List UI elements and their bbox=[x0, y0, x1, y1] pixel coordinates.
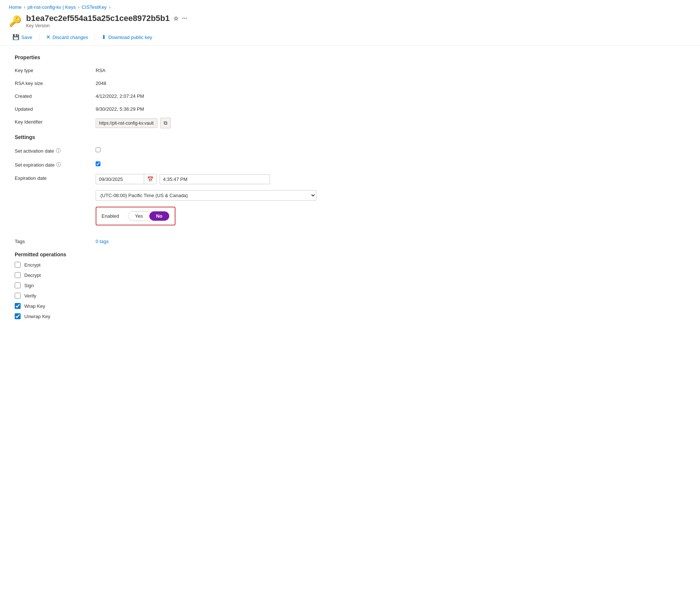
toolbar-separator-2 bbox=[95, 33, 95, 41]
created-value: 4/12/2022, 2:07:24 PM bbox=[96, 92, 316, 99]
perm-op-checkbox-unwrap-key[interactable] bbox=[15, 313, 21, 319]
breadcrumb: Home › plt-nst-config-kv | Keys › CISTes… bbox=[0, 0, 700, 11]
updated-label: Updated bbox=[15, 105, 96, 112]
enabled-label: Enabled bbox=[102, 213, 124, 219]
perm-op-row: Unwrap Key bbox=[15, 313, 316, 319]
tags-link[interactable]: 0 tags bbox=[96, 239, 109, 244]
save-button[interactable]: 💾 Save bbox=[9, 32, 36, 42]
settings-section: Settings Set activation date ⓘ Set expir… bbox=[15, 134, 316, 244]
created-row: Created 4/12/2022, 2:07:24 PM bbox=[15, 92, 316, 99]
perm-op-row: Wrap Key bbox=[15, 303, 316, 309]
activation-checkbox-wrap bbox=[96, 146, 316, 153]
permitted-ops-list: EncryptDecryptSignVerifyWrap KeyUnwrap K… bbox=[15, 262, 316, 319]
enabled-toggle-group: Yes No bbox=[128, 211, 170, 221]
enabled-no-button[interactable]: No bbox=[149, 211, 169, 221]
updated-value: 9/30/2022, 5:36:29 PM bbox=[96, 105, 316, 112]
page-title: b1ea7ec2ef554a15a25c1cee8972b5b1 bbox=[26, 14, 170, 23]
properties-section-title: Properties bbox=[15, 54, 316, 60]
key-identifier-value-row: ⧉ bbox=[96, 118, 171, 128]
enabled-section-outer: Enabled Yes No bbox=[96, 207, 175, 231]
rsa-key-size-value: 2048 bbox=[96, 79, 316, 86]
breadcrumb-sep-1: › bbox=[24, 5, 25, 10]
header-subtitle: Key Version bbox=[26, 23, 187, 28]
save-icon: 💾 bbox=[13, 34, 19, 40]
perm-op-label: Sign bbox=[24, 283, 34, 288]
calendar-icon-button[interactable]: 📅 bbox=[144, 174, 156, 184]
timezone-row: (UTC-08:00) Pacific Time (US & Canada) bbox=[15, 190, 316, 201]
key-identifier-label: Key Identifier bbox=[15, 118, 96, 125]
perm-op-checkbox-decrypt[interactable] bbox=[15, 272, 21, 278]
perm-op-row: Encrypt bbox=[15, 262, 316, 268]
timezone-select[interactable]: (UTC-08:00) Pacific Time (US & Canada) bbox=[96, 190, 316, 200]
breadcrumb-sep-3: › bbox=[109, 5, 110, 10]
expiration-date-row: Set expiration date ⓘ bbox=[15, 160, 316, 168]
rsa-key-size-label: RSA key size bbox=[15, 79, 96, 86]
more-icon[interactable]: ··· bbox=[182, 15, 187, 22]
discard-label: Discard changes bbox=[53, 35, 88, 40]
discard-icon: ✕ bbox=[46, 34, 51, 40]
expiration-date-input-wrap: 📅 bbox=[96, 174, 157, 184]
enabled-yes-button[interactable]: Yes bbox=[128, 211, 149, 221]
breadcrumb-home[interactable]: Home bbox=[9, 4, 22, 10]
enabled-label-col bbox=[15, 207, 96, 208]
expiration-date-label: Set expiration date ⓘ bbox=[15, 160, 96, 168]
updated-row: Updated 9/30/2022, 5:36:29 PM bbox=[15, 105, 316, 112]
expiration-checkbox-wrap bbox=[96, 160, 316, 167]
activation-info-icon: ⓘ bbox=[56, 147, 61, 154]
perm-op-checkbox-verify[interactable] bbox=[15, 293, 21, 299]
perm-op-label: Verify bbox=[24, 293, 36, 299]
perm-op-row: Decrypt bbox=[15, 272, 316, 278]
key-identifier-row: Key Identifier ⧉ bbox=[15, 118, 316, 128]
perm-op-checkbox-sign[interactable] bbox=[15, 282, 21, 288]
download-button[interactable]: ⬇ Download public key bbox=[98, 32, 156, 42]
download-label: Download public key bbox=[108, 35, 152, 40]
tags-label: Tags bbox=[15, 237, 96, 244]
expiration-date-fields-row: Expiration date 📅 bbox=[15, 174, 316, 184]
expiration-date-checkbox[interactable] bbox=[96, 161, 100, 166]
permitted-operations-section: Permitted operations EncryptDecryptSignV… bbox=[15, 252, 316, 319]
key-icon: 🔑 bbox=[9, 15, 22, 27]
perm-op-checkbox-encrypt[interactable] bbox=[15, 262, 21, 268]
key-type-label: Key type bbox=[15, 66, 96, 73]
permitted-ops-title: Permitted operations bbox=[15, 252, 316, 257]
page-title-row: b1ea7ec2ef554a15a25c1cee8972b5b1 ☆ ··· bbox=[26, 14, 187, 23]
key-type-row: Key type RSA bbox=[15, 66, 316, 73]
timezone-label-empty bbox=[15, 190, 96, 192]
expiration-time-field[interactable] bbox=[160, 174, 270, 184]
copy-key-identifier-button[interactable]: ⧉ bbox=[160, 118, 171, 128]
perm-op-label: Encrypt bbox=[24, 262, 40, 268]
expiration-date-field[interactable] bbox=[96, 175, 144, 184]
page-header: 🔑 b1ea7ec2ef554a15a25c1cee8972b5b1 ☆ ···… bbox=[0, 11, 700, 29]
tags-row: Tags 0 tags bbox=[15, 237, 316, 244]
timezone-select-wrap: (UTC-08:00) Pacific Time (US & Canada) bbox=[96, 190, 316, 201]
enabled-section-row: Enabled Yes No bbox=[15, 207, 316, 231]
activation-date-label: Set activation date ⓘ bbox=[15, 146, 96, 154]
breadcrumb-sep-2: › bbox=[78, 5, 79, 10]
perm-op-label: Wrap Key bbox=[24, 303, 45, 309]
download-icon: ⬇ bbox=[102, 34, 106, 40]
perm-op-row: Sign bbox=[15, 282, 316, 288]
breadcrumb-test-key[interactable]: CISTestKey bbox=[82, 4, 107, 10]
activation-date-row: Set activation date ⓘ bbox=[15, 146, 316, 154]
key-type-value: RSA bbox=[96, 66, 316, 73]
key-identifier-input[interactable] bbox=[96, 118, 157, 128]
discard-button[interactable]: ✕ Discard changes bbox=[42, 32, 92, 42]
expiration-date-inputs: 📅 bbox=[96, 174, 270, 184]
perm-op-checkbox-wrap-key[interactable] bbox=[15, 303, 21, 309]
expiration-info-icon: ⓘ bbox=[56, 161, 61, 168]
pin-icon[interactable]: ☆ bbox=[173, 15, 178, 22]
tags-value: 0 tags bbox=[96, 237, 316, 244]
perm-op-row: Verify bbox=[15, 293, 316, 299]
toolbar: 💾 Save ✕ Discard changes ⬇ Download publ… bbox=[0, 29, 700, 46]
activation-date-checkbox[interactable] bbox=[96, 147, 100, 152]
created-label: Created bbox=[15, 92, 96, 99]
toolbar-separator-1 bbox=[39, 33, 39, 41]
breadcrumb-keys[interactable]: plt-nst-config-kv | Keys bbox=[28, 4, 76, 10]
perm-op-label: Decrypt bbox=[24, 272, 41, 278]
save-label: Save bbox=[21, 35, 32, 40]
enabled-section: Enabled Yes No bbox=[96, 207, 175, 225]
rsa-key-size-row: RSA key size 2048 bbox=[15, 79, 316, 86]
expiration-date-fields-label: Expiration date bbox=[15, 174, 96, 181]
perm-op-label: Unwrap Key bbox=[24, 314, 50, 319]
header-title-block: b1ea7ec2ef554a15a25c1cee8972b5b1 ☆ ··· K… bbox=[26, 14, 187, 28]
